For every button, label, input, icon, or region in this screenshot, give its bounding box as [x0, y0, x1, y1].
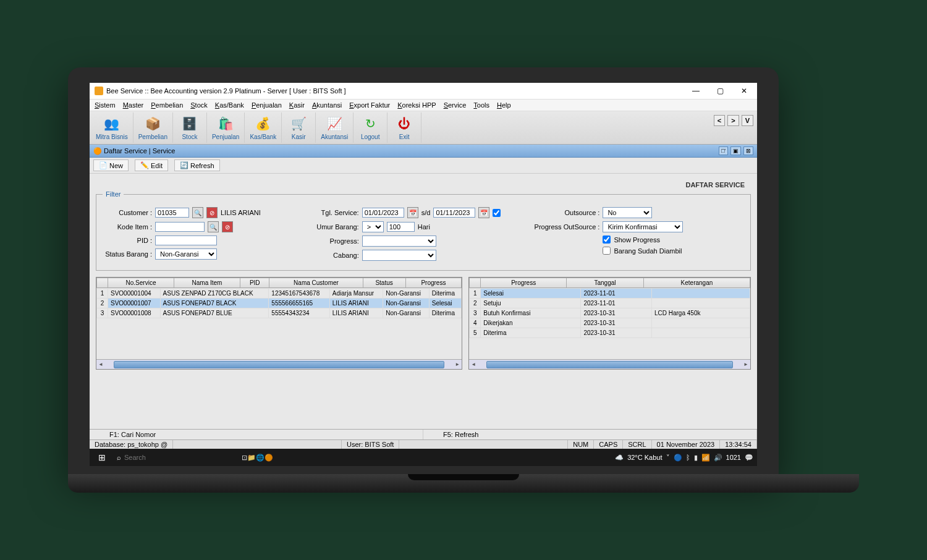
- taskbar-clock: 1021: [726, 454, 741, 461]
- subwindow-close[interactable]: ⊠: [743, 146, 753, 155]
- time-status: 13:34:54: [720, 440, 757, 449]
- pid-input[interactable]: [155, 235, 217, 245]
- umur-label: Umur Barang:: [310, 223, 359, 231]
- subwindow-minimize[interactable]: □′: [719, 146, 728, 155]
- menu-koreksihpp[interactable]: Koreksi HPP: [397, 101, 436, 109]
- table-row[interactable]: 5Diterima2023-10-31: [470, 328, 750, 338]
- statusbar: Database: ps_tokohp @ User: BITS Soft NU…: [90, 439, 757, 449]
- volume-icon[interactable]: 🔊: [714, 454, 722, 462]
- tgl-label: Tgl. Service:: [310, 209, 359, 216]
- filter-legend: Filter: [103, 190, 124, 198]
- tgl-enable-checkbox[interactable]: [493, 209, 501, 217]
- chrome-icon[interactable]: 🌐: [256, 454, 265, 462]
- show-progress-checkbox[interactable]: [603, 235, 611, 244]
- customer-clear-icon[interactable]: ⊘: [206, 207, 218, 218]
- taskbar-search-input[interactable]: [124, 454, 198, 461]
- chevron-up-icon[interactable]: ˅: [666, 454, 670, 462]
- menu-penjualan[interactable]: Penjualan: [252, 101, 282, 109]
- minimize-button[interactable]: —: [687, 85, 705, 96]
- notifications-icon[interactable]: 💬: [745, 454, 753, 462]
- hscrollbar-left[interactable]: [96, 359, 462, 369]
- table-row[interactable]: 1SVO00001004ASUS ZENPAD Z170CG BLACK1234…: [97, 289, 462, 299]
- umur-op-select[interactable]: >: [362, 221, 384, 232]
- table-row[interactable]: 1Selesai2023-11-01: [470, 289, 750, 299]
- item-search-icon[interactable]: 🔍: [208, 221, 219, 232]
- menu-help[interactable]: Help: [497, 101, 511, 109]
- po-select[interactable]: Kirim Konfirmasi: [603, 221, 683, 232]
- menu-sistem[interactable]: Sistem: [95, 101, 116, 109]
- taskbar-search[interactable]: ⌕: [111, 454, 205, 461]
- customer-search-icon[interactable]: 🔍: [192, 207, 203, 218]
- menu-akuntansi[interactable]: Akuntansi: [312, 101, 342, 109]
- calendar-to-icon[interactable]: 📅: [478, 207, 489, 218]
- battery-icon[interactable]: ▮: [694, 454, 698, 462]
- maximize-button[interactable]: ▢: [712, 85, 729, 96]
- menu-tools[interactable]: Tools: [473, 101, 489, 109]
- table-row[interactable]: 2SVO00001007ASUS FONEPAD7 BLACK555566655…: [97, 299, 462, 308]
- toolbar-akuntansi[interactable]: 📈Akuntansi: [316, 112, 353, 143]
- tgl-to-input[interactable]: [433, 208, 475, 218]
- scrl-indicator: SCRL: [623, 440, 651, 449]
- table-row[interactable]: 3SVO00001008ASUS FONEPAD7 BLUE5555434323…: [97, 308, 462, 318]
- cabang-label: Cabang:: [310, 252, 359, 259]
- start-button[interactable]: ⊞: [93, 452, 111, 462]
- toolbar-stock[interactable]: 🗄️Stock: [173, 112, 207, 143]
- umur-input[interactable]: [387, 222, 415, 232]
- status-select[interactable]: Non-Garansi: [155, 248, 217, 260]
- item-clear-icon[interactable]: ⊘: [222, 221, 233, 232]
- view-toggle-button[interactable]: V: [742, 115, 753, 126]
- close-button[interactable]: ✕: [736, 85, 752, 96]
- toolbar-kasbank[interactable]: 💰Kas/Bank: [245, 112, 282, 143]
- progress-select[interactable]: [362, 235, 436, 247]
- cabang-select[interactable]: [362, 250, 436, 261]
- explorer-icon[interactable]: 📁: [247, 454, 256, 462]
- menu-stock[interactable]: Stock: [190, 101, 208, 109]
- table-row[interactable]: 2Setuju2023-11-01: [470, 299, 750, 308]
- caps-indicator: CAPS: [594, 440, 623, 449]
- nav-next-button[interactable]: >: [727, 115, 739, 126]
- tgl-from-input[interactable]: [362, 208, 404, 218]
- bluetooth-icon[interactable]: ᛒ: [686, 454, 690, 461]
- tgl-sep: s/d: [421, 209, 431, 216]
- wifi-icon[interactable]: 📶: [701, 454, 710, 462]
- refresh-button[interactable]: 🔄 Refresh: [174, 159, 220, 171]
- menu-service[interactable]: Service: [444, 101, 467, 109]
- date-status: 01 November 2023: [652, 440, 721, 449]
- weather-icon[interactable]: ☁️: [615, 454, 624, 462]
- menu-exportfaktur[interactable]: Export Faktur: [349, 101, 390, 109]
- toolbar-logout[interactable]: ↻Logout: [353, 112, 387, 143]
- sub-toolbar: 📄 New ✏️ Edit 🔄 Refresh: [90, 158, 757, 174]
- menu-kasir[interactable]: Kasir: [289, 101, 305, 109]
- tray-item[interactable]: 🔵: [674, 454, 682, 462]
- menubar: SistemMasterPembelianStockKas/BankPenjua…: [90, 100, 757, 111]
- toolbar-penjualan[interactable]: 🛍️Penjualan: [207, 112, 245, 143]
- toolbar-mitrabisnis[interactable]: 👥Mitra Bisnis: [91, 112, 133, 143]
- main-toolbar: 👥Mitra Bisnis📦Pembelian🗄️Stock🛍️Penjuala…: [90, 111, 757, 145]
- table-row[interactable]: 4Dikerjakan2023-10-31: [470, 318, 750, 328]
- subwindow-maximize[interactable]: ▣: [730, 146, 741, 155]
- kode-item-input[interactable]: [155, 222, 205, 232]
- calendar-from-icon[interactable]: 📅: [407, 207, 418, 218]
- edit-button[interactable]: ✏️ Edit: [135, 159, 168, 171]
- toolbar-pembelian[interactable]: 📦Pembelian: [133, 112, 173, 143]
- subwindow-title: Daftar Service | Service: [104, 147, 175, 155]
- menu-kasbank[interactable]: Kas/Bank: [215, 101, 244, 109]
- db-status: Database: ps_tokohp @: [90, 440, 173, 449]
- customer-input[interactable]: [155, 208, 189, 218]
- nav-prev-button[interactable]: <: [714, 115, 725, 126]
- app-taskbar-icon[interactable]: 🟠: [265, 454, 273, 462]
- table-row[interactable]: 3Butuh Konfirmasi2023-10-31LCD Harga 450…: [470, 308, 750, 318]
- hscrollbar-right[interactable]: [469, 359, 750, 369]
- menu-master[interactable]: Master: [123, 101, 144, 109]
- outsource-select[interactable]: No: [603, 207, 652, 218]
- new-button[interactable]: 📄 New: [93, 159, 129, 171]
- panel-title: DAFTAR SERVICE: [96, 179, 751, 191]
- menu-pembelian[interactable]: Pembelian: [151, 101, 183, 109]
- f5-hint: F5: Refresh: [443, 431, 478, 438]
- barang-ambil-checkbox[interactable]: [603, 247, 611, 255]
- toolbar-kasir[interactable]: 🛒Kasir: [282, 112, 316, 143]
- task-view-icon[interactable]: ⊡: [242, 454, 247, 462]
- pid-label: PID :: [103, 237, 152, 244]
- toolbar-exit[interactable]: ⏻Exit: [387, 112, 421, 143]
- num-indicator: NUM: [568, 440, 594, 449]
